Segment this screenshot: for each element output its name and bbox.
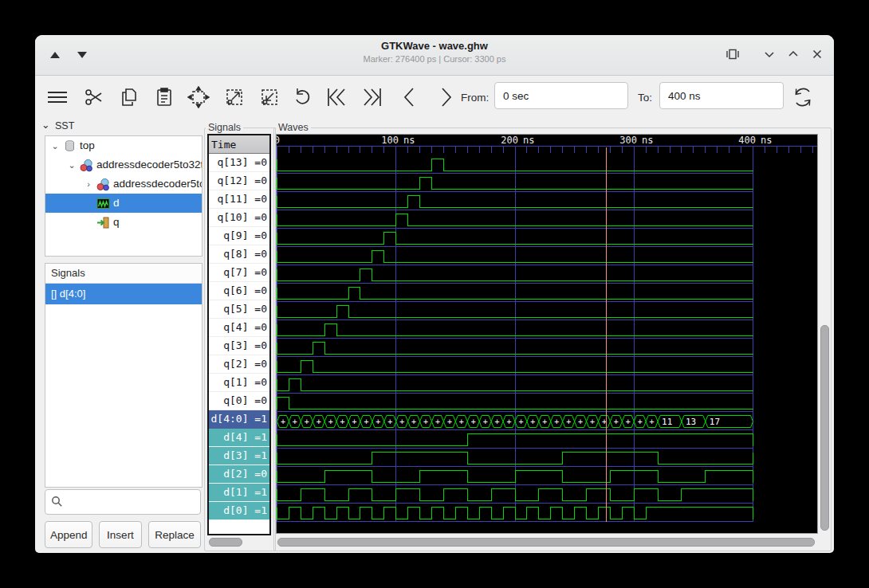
toolbar: From: To: [35,76,834,118]
gtkwave-window: GTKWave - wave.ghw Marker: 276400 ps | C… [35,35,834,553]
svg-text:+: + [542,417,547,426]
tree-item-top[interactable]: ⌄top [45,136,202,155]
sst-expander[interactable]: ⌄ SST [41,120,74,131]
close-button[interactable] [808,46,826,64]
menu-icon [45,85,69,109]
signal-row[interactable]: q[2] =0 [209,355,269,374]
to-input[interactable] [659,82,784,109]
svg-text:+: + [566,417,571,426]
expander-open-icon[interactable]: ⌄ [65,155,78,174]
from-input[interactable] [494,82,628,109]
chevron-down-icon [761,46,777,62]
expander-closed-icon[interactable]: › [82,174,95,194]
menu-button[interactable] [45,85,69,109]
tree-item-addressdecoder5to32tes[interactable]: ⌄addressdecoder5to32tes [45,155,202,174]
wave-hscrollbar-thumb[interactable] [277,538,815,547]
port-icon [96,216,110,229]
skip-to-start-button[interactable] [325,85,349,109]
fit-window-button[interactable] [724,46,741,64]
search-input[interactable] [68,491,199,515]
cut-button[interactable] [83,85,107,109]
signal-row[interactable]: q[6] =0 [209,282,269,300]
signal-row[interactable]: d[4] =1 [209,429,269,447]
svg-text:+: + [447,417,452,426]
paste-button[interactable] [153,85,177,109]
tree-item-addressdecoder5to32[interactable]: ›addressdecoder5to32 [45,174,202,194]
next-edge-icon [434,85,458,109]
insert-button[interactable]: Insert [99,521,142,548]
svg-text:+: + [495,417,500,426]
skip-to-end-button[interactable] [360,85,383,109]
svg-text:+: + [483,417,488,426]
svg-text:+: + [471,417,476,426]
zoom-out-button[interactable] [223,85,247,109]
fit-window-icon [725,46,741,62]
signal-search [45,489,201,515]
prev-edge-button[interactable] [398,85,422,109]
tree-item-label: q [113,213,120,232]
undo-button[interactable] [291,85,315,109]
minimize-button[interactable] [761,46,778,64]
signal-row[interactable]: d[4:0] =1 [209,410,269,429]
signals-list-item[interactable]: [] d[4:0] [45,284,202,304]
waveform-canvas[interactable]: 0100ns200ns300ns400ns+++++++++++++++++++… [277,135,817,533]
signals-frame-label: Signals [206,122,243,133]
append-button[interactable]: Append [45,521,92,548]
time-column-header[interactable]: Time [209,135,269,154]
tree-item-label: addressdecoder5to32 [113,174,202,194]
signal-row[interactable]: q[12] =0 [209,172,269,190]
signal-row[interactable]: q[8] =0 [209,245,269,264]
signal-row[interactable]: d[2] =0 [209,465,269,484]
svg-text:+: + [376,417,380,426]
copy-button[interactable] [118,85,142,109]
zoom-in-icon [258,86,281,108]
signals-list[interactable]: [] d[4:0] [45,284,202,304]
signal-row[interactable]: q[1] =0 [209,374,269,392]
reload-button[interactable] [791,85,815,109]
signal-row[interactable]: q[9] =0 [209,227,269,245]
zoom-fit-button[interactable] [187,85,211,109]
svg-text:+: + [281,417,285,426]
signal-row[interactable]: q[11] =0 [209,190,269,209]
signal-row[interactable]: q[5] =0 [209,300,269,319]
signal-row[interactable]: q[3] =0 [209,337,269,355]
svg-text:ns: ns [761,135,772,146]
svg-text:ns: ns [523,135,534,146]
svg-text:+: + [578,417,583,426]
maximize-button[interactable] [784,46,802,64]
next-edge-button[interactable] [434,85,458,109]
tree-item-d[interactable]: d [45,194,202,213]
wave-area: 0100ns200ns300ns400ns+++++++++++++++++++… [276,134,818,534]
wave-icon [96,197,110,210]
signal-row[interactable]: d[3] =1 [209,447,269,465]
signal-row[interactable]: d[1] =1 [209,484,269,502]
zoom-in-button[interactable] [258,85,282,109]
shift-left-button[interactable] [46,49,64,61]
tree-item-q[interactable]: q [45,213,202,232]
svg-text:17: 17 [710,417,720,427]
svg-text:+: + [530,417,535,426]
svg-text:+: + [340,417,345,426]
svg-text:+: + [626,417,631,426]
signal-table-hscrollbar-thumb[interactable] [209,538,242,547]
signal-row[interactable]: q[10] =0 [209,209,269,227]
expander-open-icon[interactable]: ⌄ [49,136,61,155]
replace-button[interactable]: Replace [148,521,201,548]
cut-icon [83,86,105,108]
wave-vscrollbar [820,135,829,532]
waves-frame-label: Waves [276,122,311,133]
from-label: From: [461,92,489,104]
svg-text:+: + [650,417,655,426]
wave-vscrollbar-thumb[interactable] [820,325,829,531]
prev-edge-icon [398,85,422,109]
sst-label: SST [55,120,74,131]
signal-row[interactable]: q[4] =0 [209,319,269,337]
copy-icon [118,86,140,108]
signal-row[interactable]: q[0] =0 [209,392,269,410]
signal-row[interactable]: d[0] =1 [209,502,269,520]
shift-right-button[interactable] [73,49,91,61]
signal-row[interactable]: q[13] =0 [209,154,269,172]
signal-row[interactable]: q[7] =0 [209,264,269,282]
sst-tree[interactable]: ⌄top⌄addressdecoder5to32tes›addressdecod… [45,135,203,257]
svg-text:+: + [614,417,619,426]
